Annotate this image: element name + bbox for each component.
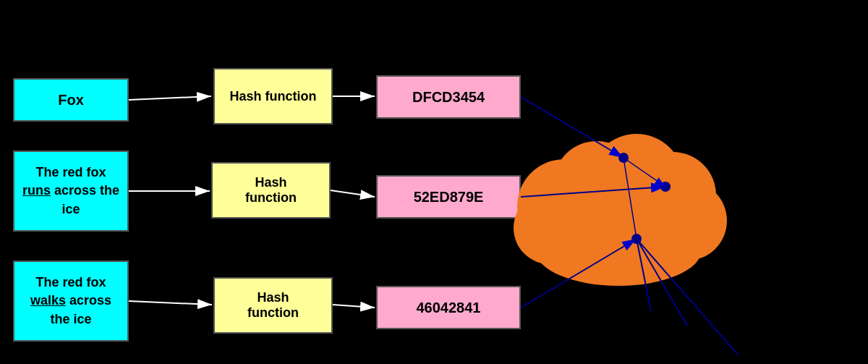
hash-function-3: Hashfunction bbox=[213, 277, 333, 334]
input-walks: The red fox walks across the ice bbox=[13, 261, 129, 342]
diagram-container: Fox The red fox runs across the ice The … bbox=[0, 0, 868, 364]
svg-point-8 bbox=[535, 213, 702, 286]
svg-line-12 bbox=[129, 96, 211, 100]
input-fox: Fox bbox=[13, 78, 129, 122]
input-runs: The red fox runs across the ice bbox=[13, 151, 129, 232]
svg-line-16 bbox=[129, 301, 212, 305]
hash-function-2: Hashfunction bbox=[211, 162, 331, 219]
svg-line-17 bbox=[333, 305, 375, 308]
hash-function-1: Hash function bbox=[213, 68, 333, 124]
svg-line-15 bbox=[331, 190, 375, 197]
cloud-graphic bbox=[492, 112, 745, 315]
